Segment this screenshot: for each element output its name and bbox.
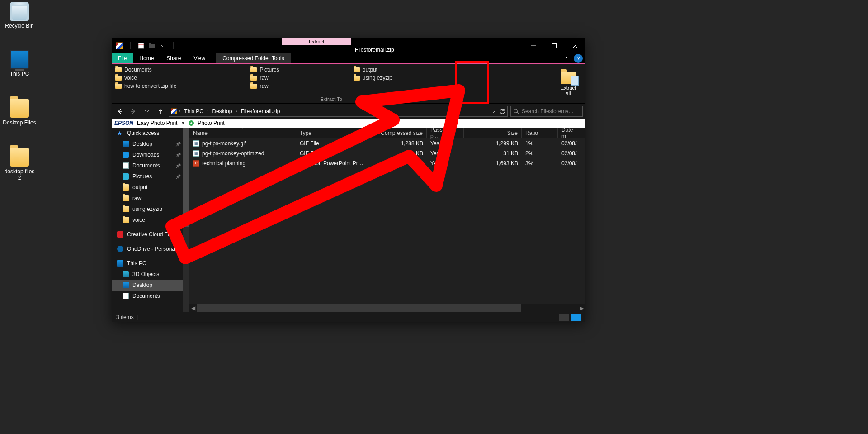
scroll-left-icon[interactable]: ◀ <box>189 304 197 312</box>
dropdown-icon[interactable]: ▼ <box>181 121 185 125</box>
extract-all-button[interactable]: Extractall <box>559 70 578 98</box>
extract-dest[interactable]: how to convert zip file <box>115 83 176 89</box>
window-title: Filesforemail.zip <box>351 47 394 53</box>
qat-newfolder-icon[interactable] <box>147 41 157 51</box>
nav-downloads[interactable]: Downloads <box>112 149 189 160</box>
desktop-icon <box>123 141 129 147</box>
nav-pictures[interactable]: Pictures <box>112 171 189 182</box>
view-details-toggle[interactable] <box>559 314 569 321</box>
svg-rect-4 <box>149 43 151 45</box>
nav-forward-button[interactable] <box>128 106 139 117</box>
title-tabs: Extract Filesforemail.zip <box>181 38 523 53</box>
desktop-files-label: Desktop FIles <box>3 119 36 126</box>
qat-dropdown-icon[interactable] <box>158 41 168 51</box>
app-icon[interactable] <box>114 41 124 51</box>
col-type[interactable]: Type <box>296 128 367 138</box>
nav-using-ezyzip[interactable]: using ezyzip <box>112 204 189 215</box>
extract-dest[interactable]: Documents <box>115 67 176 73</box>
nav-raw[interactable]: raw <box>112 193 189 204</box>
chevron-right-icon: › <box>207 109 208 114</box>
epson-easy-photo-print[interactable]: Easy Photo Print <box>137 120 177 126</box>
file-row[interactable]: Ptechnical planning Microsoft PowerPoint… <box>189 158 585 168</box>
view-large-icons-toggle[interactable] <box>571 314 581 321</box>
file-row[interactable]: ▦pg-tips-monkey-optimized GIF File KB Ye… <box>189 148 585 158</box>
search-box[interactable]: Search Filesforema... <box>510 106 583 117</box>
tab-compressed-folder-tools[interactable]: Compressed Folder Tools <box>216 53 291 63</box>
help-button[interactable]: ? <box>574 54 583 63</box>
breadcrumb[interactable]: Filesforemail.zip <box>239 108 282 114</box>
pictures-icon <box>123 173 129 180</box>
ribbon-tab-row: File Home Share View Compressed Folder T… <box>112 53 585 64</box>
nav-desktop[interactable]: Desktop <box>112 138 189 149</box>
svg-line-11 <box>517 112 519 114</box>
desktop-icon-recycle-bin[interactable]: Recycle Bin <box>3 2 36 29</box>
ribbon-group-extract-to: Documents voice how to convert zip file … <box>112 64 551 103</box>
horizontal-scrollbar[interactable]: ◀ ▶ <box>189 304 585 312</box>
creative-cloud-icon <box>117 231 123 238</box>
extract-dest[interactable]: Pictures <box>250 67 279 73</box>
file-row[interactable]: ▦pg-tips-monkey.gif GIF File 1,288 KB Ye… <box>189 138 585 148</box>
folder-icon <box>123 217 129 223</box>
close-button[interactable] <box>565 38 585 53</box>
tab-file[interactable]: File <box>112 53 133 63</box>
folder-icon <box>250 76 257 81</box>
nav-back-button[interactable] <box>114 106 125 117</box>
refresh-button[interactable] <box>499 108 505 114</box>
nav-scrollbar[interactable] <box>183 128 189 312</box>
location-icon <box>171 108 177 114</box>
nav-up-button[interactable] <box>155 106 166 117</box>
powerpoint-file-icon: P <box>193 160 199 167</box>
desktop-icon-this-pc[interactable]: This PC <box>3 50 36 77</box>
monitor-icon <box>10 50 29 69</box>
breadcrumb[interactable]: Desktop <box>210 108 234 114</box>
extract-dest[interactable]: raw <box>250 75 279 81</box>
folder-icon <box>354 76 360 81</box>
epson-photo-print[interactable]: Photo Print <box>198 120 224 126</box>
nav-recent-dropdown[interactable] <box>142 106 152 117</box>
downloads-icon <box>123 152 129 158</box>
folder-icon <box>123 195 129 201</box>
qat-properties-icon[interactable] <box>136 41 146 51</box>
documents-icon <box>123 162 129 169</box>
extract-dest[interactable]: voice <box>115 75 176 81</box>
gif-file-icon: ▦ <box>193 140 199 147</box>
tab-home[interactable]: Home <box>133 53 160 63</box>
epson-logo: EPSON <box>114 120 133 126</box>
ribbon-collapse-button[interactable] <box>563 53 572 63</box>
col-date[interactable]: Date m <box>558 128 580 138</box>
desktop-icon <box>123 282 129 288</box>
minimize-button[interactable] <box>523 38 544 53</box>
desktop-icon-desktop-files-2[interactable]: desktop files 2 <box>3 148 36 181</box>
address-dropdown-icon[interactable] <box>491 109 495 114</box>
nav-voice[interactable]: voice <box>112 215 189 225</box>
nav-output[interactable]: output <box>112 182 189 193</box>
address-bar[interactable]: › This PC › Desktop › Filesforemail.zip <box>169 106 508 117</box>
navigation-pane[interactable]: ★Quick access Desktop Downloads Document… <box>112 128 189 312</box>
nav-documents-2[interactable]: Documents <box>112 291 189 301</box>
nav-quick-access[interactable]: ★Quick access <box>112 128 189 138</box>
titlebar[interactable]: Extract Filesforemail.zip <box>112 38 585 53</box>
nav-3d-objects[interactable]: 3D Objects <box>112 269 189 280</box>
nav-desktop-2[interactable]: Desktop <box>112 280 189 291</box>
extract-dest[interactable]: output <box>354 67 392 73</box>
col-password[interactable]: Password p... <box>427 128 464 138</box>
file-rows: ▦pg-tips-monkey.gif GIF File 1,288 KB Ye… <box>189 138 585 304</box>
file-explorer-window: Extract Filesforemail.zip File Home Shar… <box>112 38 585 322</box>
extract-dest[interactable]: raw <box>250 83 279 89</box>
nav-onedrive[interactable]: OneDrive - Personal <box>112 243 189 254</box>
extract-dest[interactable]: using ezyzip <box>354 75 392 81</box>
maximize-button[interactable] <box>544 38 565 53</box>
col-size[interactable]: Size <box>464 128 522 138</box>
breadcrumb[interactable]: This PC <box>182 108 205 114</box>
folder-icon <box>250 84 257 89</box>
col-ratio[interactable]: Ratio <box>522 128 558 138</box>
scroll-right-icon[interactable]: ▶ <box>578 304 585 312</box>
nav-this-pc[interactable]: This PC <box>112 258 189 269</box>
nav-creative-cloud[interactable]: Creative Cloud Files <box>112 229 189 240</box>
col-compressed-size[interactable]: Compressed size <box>367 128 427 138</box>
desktop-icon-desktop-files[interactable]: Desktop FIles <box>3 99 36 126</box>
col-name[interactable]: Name <box>189 128 296 138</box>
tab-share[interactable]: Share <box>160 53 187 63</box>
nav-documents[interactable]: Documents <box>112 160 189 171</box>
tab-view[interactable]: View <box>187 53 212 63</box>
